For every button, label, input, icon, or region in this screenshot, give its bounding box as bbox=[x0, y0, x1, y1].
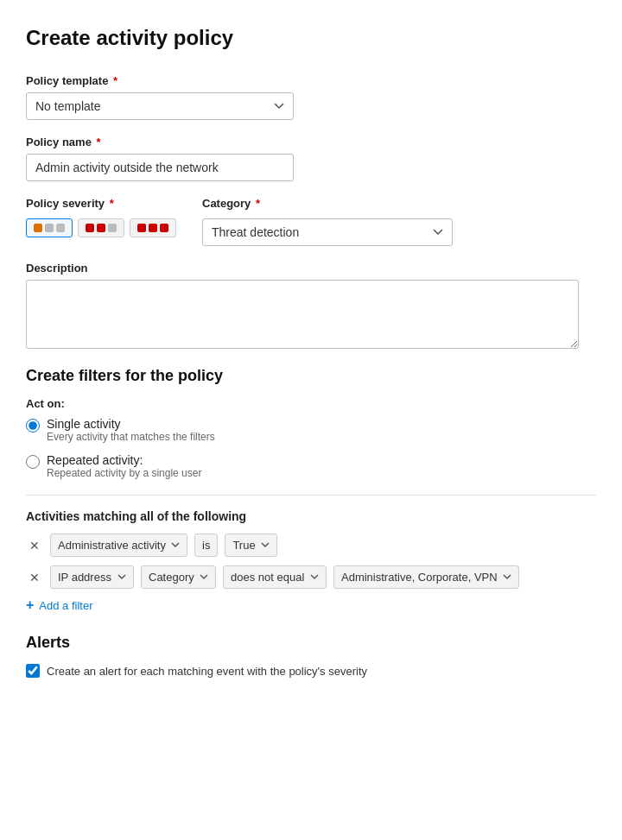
filter-1-field-select[interactable]: Administrative activity bbox=[50, 534, 187, 557]
severity-category-row: Policy severity * Categ bbox=[26, 197, 596, 246]
radio-repeated-sub: Repeated activity by a single user bbox=[47, 467, 201, 479]
description-textarea[interactable] bbox=[26, 280, 579, 349]
radio-single-activity[interactable]: Single activity Every activity that matc… bbox=[26, 417, 596, 443]
policy-template-label: Policy template * bbox=[26, 74, 596, 87]
divider bbox=[26, 495, 596, 496]
radio-repeated-label: Repeated activity: bbox=[47, 453, 201, 467]
filter-row-2: ✕ IP address Category does not equal Adm… bbox=[26, 565, 596, 589]
filter-2-field-select[interactable]: IP address bbox=[50, 565, 134, 589]
filters-section-title: Create filters for the policy bbox=[26, 367, 596, 385]
severity-dot-7 bbox=[137, 224, 146, 232]
radio-group: Single activity Every activity that matc… bbox=[26, 417, 596, 479]
severity-dot-1 bbox=[34, 224, 42, 232]
policy-template-group: Policy template * No template bbox=[26, 74, 596, 120]
add-filter-button[interactable]: + Add a filter bbox=[26, 597, 93, 613]
filter-2-value-select[interactable]: Administrative, Corporate, VPN bbox=[333, 565, 519, 589]
alert-checkbox-row: Create an alert for each matching event … bbox=[26, 664, 596, 678]
category-select[interactable]: Threat detection bbox=[202, 218, 453, 246]
severity-dot-9 bbox=[160, 224, 168, 232]
severity-dot-8 bbox=[149, 224, 157, 232]
category-label: Category * bbox=[202, 197, 453, 210]
radio-single-input[interactable] bbox=[26, 419, 40, 433]
category-group: Category * Threat detection bbox=[202, 197, 453, 246]
description-group: Description bbox=[26, 262, 596, 351]
radio-single-label: Single activity bbox=[47, 417, 215, 431]
filter-2-subfield-select[interactable]: Category bbox=[141, 565, 216, 589]
filter-1-value-select[interactable]: True bbox=[225, 534, 277, 557]
radio-single-sub: Every activity that matches the filters bbox=[47, 431, 215, 443]
policy-name-group: Policy name * bbox=[26, 136, 596, 181]
matching-title: Activities matching all of the following bbox=[26, 509, 596, 523]
radio-repeated-activity[interactable]: Repeated activity: Repeated activity by … bbox=[26, 453, 596, 479]
policy-template-select[interactable]: No template bbox=[26, 92, 294, 120]
add-filter-label: Add a filter bbox=[39, 599, 92, 612]
alerts-section: Alerts Create an alert for each matching… bbox=[26, 634, 596, 678]
severity-dot-5 bbox=[97, 224, 105, 232]
filter-1-remove-button[interactable]: ✕ bbox=[26, 537, 43, 554]
severity-label: Policy severity * bbox=[26, 197, 176, 210]
filter-row-1: ✕ Administrative activity is True bbox=[26, 534, 596, 557]
severity-group: Policy severity * bbox=[26, 197, 176, 237]
policy-name-input[interactable] bbox=[26, 154, 294, 181]
radio-repeated-input[interactable] bbox=[26, 455, 40, 469]
severity-buttons bbox=[26, 218, 176, 237]
act-on-label: Act on: bbox=[26, 397, 596, 410]
alert-checkbox-label: Create an alert for each matching event … bbox=[47, 665, 367, 678]
severity-low-button[interactable] bbox=[26, 218, 73, 237]
plus-icon: + bbox=[26, 597, 34, 613]
matching-section: Activities matching all of the following… bbox=[26, 509, 596, 613]
severity-dot-2 bbox=[45, 224, 54, 232]
severity-dot-4 bbox=[86, 224, 94, 232]
severity-dot-6 bbox=[108, 224, 117, 232]
description-label: Description bbox=[26, 262, 596, 275]
page-title: Create activity policy bbox=[26, 26, 596, 50]
filters-section: Create filters for the policy Act on: Si… bbox=[26, 367, 596, 479]
filter-2-operator-select[interactable]: does not equal bbox=[223, 565, 327, 589]
alerts-title: Alerts bbox=[26, 634, 596, 652]
policy-name-label: Policy name * bbox=[26, 136, 596, 148]
severity-medium-button[interactable] bbox=[78, 218, 124, 237]
filter-2-remove-button[interactable]: ✕ bbox=[26, 569, 43, 586]
alert-checkbox[interactable] bbox=[26, 664, 40, 678]
filter-1-operator: is bbox=[194, 534, 218, 557]
severity-dot-3 bbox=[56, 224, 65, 232]
severity-high-button[interactable] bbox=[130, 218, 176, 237]
